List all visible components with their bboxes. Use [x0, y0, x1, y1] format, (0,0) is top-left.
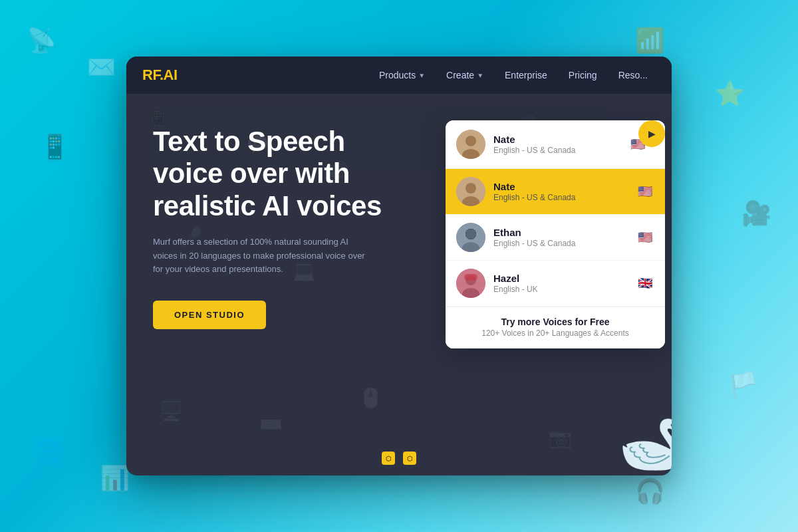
ethan-avatar-svg	[456, 223, 485, 252]
svg-point-4	[466, 183, 476, 194]
bg-icon-star: ⭐	[715, 80, 745, 108]
voice-dropdown-list: Nate English - US & Canada 🇺🇸	[446, 169, 665, 348]
hero-right: Nate English - US & Canada 🇺🇸 ▾	[446, 94, 672, 475]
try-more-title: Try more Voices for Free	[456, 317, 654, 327]
hazel-name: Hazel	[493, 273, 628, 284]
nate-avatar-svg	[456, 177, 485, 206]
indicator-1: ⬡	[382, 452, 395, 465]
ethan-lang: English - US & Canada	[493, 239, 628, 248]
ethan-flag: 🇺🇸	[636, 228, 654, 247]
try-more-subtitle: 120+ Voices in 20+ Languages & Accents	[456, 329, 654, 338]
nav-links: Products ▼ Create ▼ Enterprise Pricing R…	[371, 66, 656, 84]
svg-rect-13	[464, 274, 477, 281]
logo-text: RF.AI	[142, 66, 178, 83]
voice-selector-card: Nate English - US & Canada 🇺🇸 ▾	[446, 120, 665, 348]
selected-voice-name: Nate	[493, 134, 620, 145]
play-icon: ▶	[648, 128, 656, 139]
play-button[interactable]: ▶	[638, 120, 665, 147]
ethan-avatar	[456, 223, 485, 252]
nav-enterprise[interactable]: Enterprise	[497, 66, 555, 84]
hazel-voice-info: Hazel English - UK	[493, 273, 628, 294]
hero-description: Murf offers a selection of 100% natural …	[153, 235, 366, 277]
voice-item-ethan[interactable]: Ethan English - US & Canada 🇺🇸	[446, 215, 665, 261]
bg-icon-tower: 📶	[635, 27, 665, 55]
selected-avatar	[456, 130, 485, 159]
bird-mascot: 🦢	[618, 413, 672, 475]
selected-avatar-svg	[456, 130, 485, 159]
hazel-avatar	[456, 269, 485, 298]
bg-icon-globe: 🌐	[33, 438, 63, 466]
indicator-2: ⬡	[403, 452, 416, 465]
nate-avatar	[456, 177, 485, 206]
nav-pricing[interactable]: Pricing	[561, 66, 605, 84]
bg-icon-mail: ✉️	[86, 53, 116, 81]
products-chevron-icon: ▼	[418, 72, 425, 79]
bg-icon-headphone: 🎧	[635, 477, 665, 505]
nav-create[interactable]: Create ▼	[438, 66, 491, 84]
hero-section: 📱 💬 🔊 🎵 📺 🖥️ ⌨️ 🖱️ 📷 🎤 💻 Text to Speech …	[126, 94, 672, 475]
logo: RF.AI	[142, 66, 178, 84]
nate-voice-info: Nate English - US & Canada	[493, 181, 628, 202]
hazel-avatar-svg	[456, 269, 485, 298]
navbar: RF.AI Products ▼ Create ▼ Enterprise Pri…	[126, 57, 672, 94]
nate-lang: English - US & Canada	[493, 193, 628, 202]
bottom-indicators: ⬡ ⬡	[382, 452, 416, 465]
nate-flag: 🇺🇸	[636, 182, 654, 201]
ethan-name: Ethan	[493, 227, 628, 238]
bg-icon-chart: 📊	[100, 464, 130, 492]
selected-voice-row: Nate English - US & Canada 🇺🇸 ▾	[446, 114, 665, 348]
open-studio-button[interactable]: OPEN STUDIO	[153, 301, 266, 329]
hazel-flag: 🇬🇧	[636, 274, 654, 293]
nav-products[interactable]: Products ▼	[371, 66, 433, 84]
bg-icon-phone: 📱	[40, 133, 70, 161]
selected-voice-lang: English - US & Canada	[493, 146, 620, 155]
browser-window: RF.AI Products ▼ Create ▼ Enterprise Pri…	[126, 57, 672, 475]
create-chevron-icon: ▼	[477, 72, 483, 79]
hero-title: Text to Speech voice over with realistic…	[153, 126, 419, 222]
hero-left: Text to Speech voice over with realistic…	[126, 94, 446, 475]
voice-item-hazel[interactable]: Hazel English - UK 🇬🇧	[446, 261, 665, 307]
nate-name: Nate	[493, 181, 628, 192]
nav-resources[interactable]: Reso...	[610, 66, 656, 84]
voice-item-nate[interactable]: Nate English - US & Canada 🇺🇸	[446, 169, 665, 215]
bg-icon-flag: 🏳️	[728, 371, 758, 399]
svg-point-9	[466, 229, 476, 239]
svg-point-1	[466, 136, 476, 146]
bg-icon-camera: 🎥	[741, 200, 771, 227]
try-more-banner[interactable]: Try more Voices for Free 120+ Voices in …	[446, 307, 665, 348]
hazel-lang: English - UK	[493, 285, 628, 294]
voice-selected-display[interactable]: Nate English - US & Canada 🇺🇸 ▾	[446, 120, 665, 169]
bg-icon-wifi: 📡	[27, 27, 57, 55]
selected-voice-info: Nate English - US & Canada	[493, 134, 620, 155]
ethan-voice-info: Ethan English - US & Canada	[493, 227, 628, 248]
